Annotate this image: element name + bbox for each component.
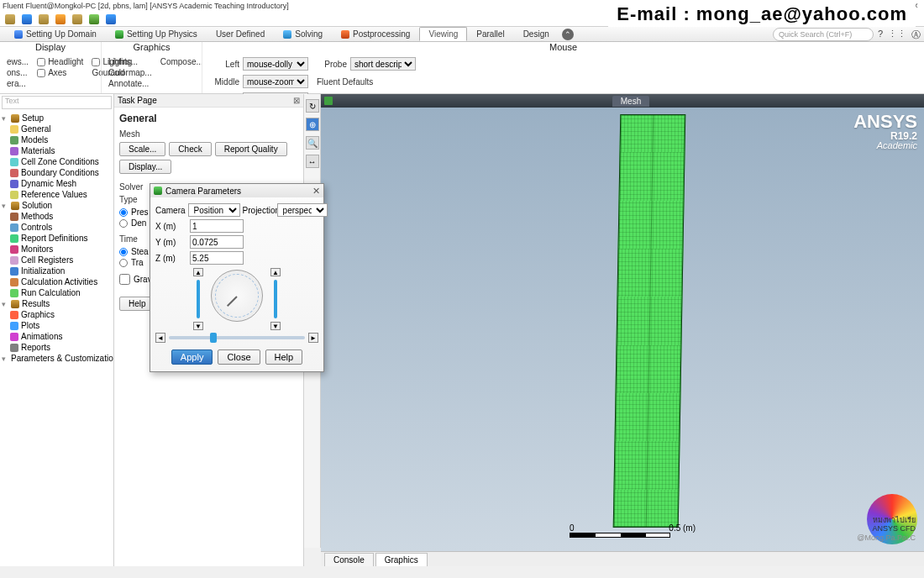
- tree-run-calculation[interactable]: Run Calculation: [2, 287, 112, 298]
- phy-icon: [115, 30, 123, 39]
- mouse-middle-select[interactable]: mouse-zoom: [243, 75, 308, 88]
- rotate-icon[interactable]: ↻: [306, 99, 319, 113]
- ribbon-panel: Display ews... ons... era... Headlight A…: [0, 42, 924, 94]
- task-page-title: Task Page: [118, 96, 157, 105]
- probe-select[interactable]: short description: [350, 57, 416, 71]
- tab-design[interactable]: Design: [514, 27, 559, 41]
- fluent-defaults-link[interactable]: Fluent Defaults: [317, 77, 416, 87]
- tab-postprocessing[interactable]: Postprocessing: [332, 27, 419, 41]
- ribbon-tabs: Setting Up DomainSetting Up PhysicsUser …: [0, 27, 924, 42]
- check-button[interactable]: Check: [169, 142, 211, 156]
- bottom-tabs: Console Graphics: [321, 551, 924, 566]
- tree-reports[interactable]: Reports: [2, 342, 112, 353]
- tree-methods[interactable]: Methods: [2, 211, 112, 222]
- undo-icon[interactable]: [72, 14, 82, 24]
- y-field[interactable]: [190, 235, 244, 249]
- tree-setup[interactable]: ▾Setup: [2, 113, 112, 123]
- left-arrow-icon[interactable]: ◄: [155, 333, 165, 343]
- tab-parallel[interactable]: Parallel: [467, 27, 513, 41]
- file-icon[interactable]: [5, 14, 15, 24]
- mouse-left-select[interactable]: mouse-dolly: [243, 57, 308, 71]
- tab-solving[interactable]: Solving: [274, 27, 332, 41]
- tree-models[interactable]: Models: [2, 134, 112, 145]
- tree-solution[interactable]: ▾Solution: [2, 200, 112, 211]
- console-tab[interactable]: Console: [324, 553, 374, 566]
- z-field[interactable]: [190, 251, 244, 265]
- tree-materials[interactable]: Materials: [2, 145, 112, 156]
- zoom-icon[interactable]: 🔍: [306, 136, 319, 150]
- up-arrow-icon[interactable]: ▲: [270, 268, 281, 276]
- fit-icon[interactable]: ⊕: [306, 118, 319, 131]
- viewport-tab[interactable]: Mesh: [612, 96, 649, 107]
- tree-graphics[interactable]: Graphics: [2, 309, 112, 320]
- pan-icon[interactable]: ↔: [306, 155, 319, 168]
- dialog-help-button[interactable]: Help: [265, 349, 303, 365]
- camera-link[interactable]: era...: [7, 79, 29, 88]
- lights-link[interactable]: Lights...: [108, 57, 152, 66]
- tree-general[interactable]: General: [2, 123, 112, 134]
- tree-animations[interactable]: Animations: [2, 331, 112, 342]
- views-link[interactable]: ews...: [7, 57, 29, 66]
- dialog-title: Camera Parameters: [165, 187, 241, 196]
- collapse-ribbon-icon[interactable]: ⌃: [562, 29, 574, 40]
- tree-filter[interactable]: Text: [2, 96, 112, 109]
- options-link[interactable]: ons...: [7, 68, 29, 77]
- post-icon: [341, 30, 349, 39]
- headlight-checkbox[interactable]: Headlight: [37, 57, 83, 66]
- mesh-label: Mesh: [119, 129, 298, 139]
- camera-select[interactable]: Position: [188, 203, 240, 217]
- compose-link[interactable]: Compose...: [160, 57, 203, 66]
- projection-select[interactable]: perspective: [277, 203, 328, 217]
- open-icon[interactable]: [22, 14, 32, 24]
- right-arrow-icon[interactable]: ►: [308, 333, 318, 343]
- ansys-icon[interactable]: Ⓐ: [911, 29, 921, 41]
- tree-initialization[interactable]: Initialization: [2, 265, 112, 276]
- up-arrow-icon[interactable]: ▲: [193, 268, 203, 276]
- scale-button[interactable]: Scale...: [119, 142, 165, 156]
- flame-icon[interactable]: [55, 14, 66, 24]
- graphics-viewport[interactable]: ANSYS R19.2 Academic 00.5 (m) หมงพาไปเรี…: [321, 108, 924, 551]
- tree-monitors[interactable]: Monitors: [2, 244, 112, 255]
- down-arrow-icon[interactable]: ▼: [270, 322, 281, 330]
- tab-user-defined[interactable]: User Defined: [207, 27, 274, 41]
- display-button[interactable]: Display...: [119, 160, 171, 174]
- task-heading: General: [119, 113, 298, 124]
- close-button[interactable]: Close: [218, 349, 260, 365]
- tree-results[interactable]: ▾Results: [2, 298, 112, 309]
- tree-cell-registers[interactable]: Cell Registers: [2, 255, 112, 265]
- search-input[interactable]: Quick Search (Ctrl+F): [773, 28, 874, 41]
- right-vslider[interactable]: ▲▼: [270, 268, 281, 330]
- graphics-tab[interactable]: Graphics: [375, 553, 428, 566]
- left-vslider[interactable]: ▲▼: [192, 268, 204, 330]
- tab-setting-up-physics[interactable]: Setting Up Physics: [106, 27, 207, 41]
- report-quality-button[interactable]: Report Quality: [215, 142, 287, 156]
- save-icon[interactable]: [39, 14, 49, 24]
- colormap-link[interactable]: Colormap...: [108, 68, 152, 77]
- axes-checkbox[interactable]: Axes: [37, 68, 83, 77]
- rotation-dial[interactable]: [211, 270, 263, 322]
- info-icon[interactable]: [106, 14, 116, 24]
- x-field[interactable]: [190, 219, 244, 233]
- tree-report-definitions[interactable]: Report Definitions: [2, 233, 112, 244]
- channel-watermark: หมงพาไปเรีย ANSYS CFD @Mong.Pa.Pai.C: [857, 516, 916, 543]
- task-close-icon[interactable]: ⊠: [293, 96, 300, 105]
- tree-boundary-conditions[interactable]: Boundary Conditions: [2, 167, 112, 178]
- apply-button[interactable]: Apply: [171, 349, 213, 365]
- prefs-icon[interactable]: ⋮⋮: [888, 29, 906, 41]
- help-icon[interactable]: ?: [878, 29, 883, 41]
- dialog-close-icon[interactable]: ✕: [312, 186, 320, 197]
- display-group-title: Display: [0, 42, 101, 52]
- down-arrow-icon[interactable]: ▼: [193, 322, 203, 330]
- tab-setting-up-domain[interactable]: Setting Up Domain: [5, 27, 106, 41]
- tree-parameters-customization[interactable]: ▾Parameters & Customization: [2, 353, 112, 364]
- tree-reference-values[interactable]: Reference Values: [2, 189, 112, 200]
- zoom-slider[interactable]: ◄ ►: [155, 333, 318, 343]
- tree-dynamic-mesh[interactable]: Dynamic Mesh: [2, 178, 112, 189]
- tab-viewing[interactable]: Viewing: [419, 27, 467, 41]
- grid-icon[interactable]: [89, 14, 99, 24]
- tree-calculation-activities[interactable]: Calculation Activities: [2, 276, 112, 287]
- tree-controls[interactable]: Controls: [2, 222, 112, 233]
- annotate-link[interactable]: Annotate...: [108, 79, 152, 88]
- tree-cell-zone-conditions[interactable]: Cell Zone Conditions: [2, 156, 112, 167]
- tree-plots[interactable]: Plots: [2, 320, 112, 331]
